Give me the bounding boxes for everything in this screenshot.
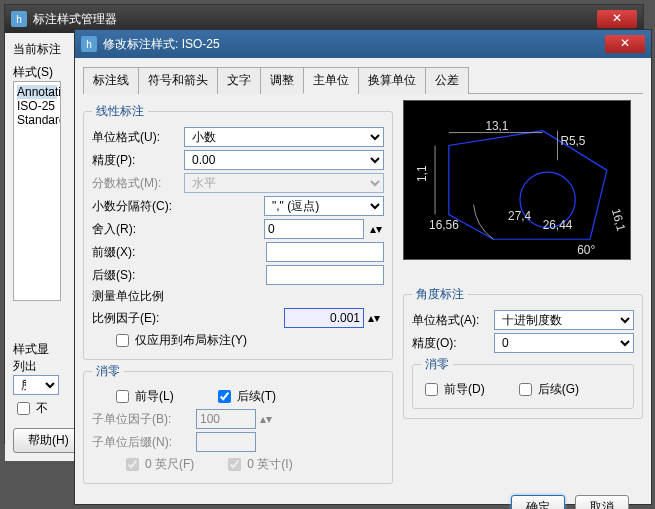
dialog-footer: 确定 取消	[83, 487, 643, 509]
right-column: 13,1 1,1 16,1 27,4 26,44 16,56 60° R5,5 …	[403, 100, 643, 487]
dialog-title: 修改标注样式: ISO-25	[103, 36, 601, 53]
ang-leading-checkbox[interactable]	[425, 383, 438, 396]
fraction-format-select: 水平	[184, 173, 384, 193]
inches-checkbox	[228, 458, 241, 471]
trailing-checkbox[interactable]	[218, 390, 231, 403]
style-display-label: 样式显	[13, 341, 49, 358]
dialog-titlebar: h 修改标注样式: ISO-25 ✕	[75, 30, 651, 58]
ang-zero-group: 消零 前导(D) 后续(G)	[412, 356, 634, 409]
sub-factor-label: 子单位因子(B):	[92, 411, 192, 428]
round-input[interactable]	[264, 219, 364, 239]
round-label: 舍入(R):	[92, 221, 180, 238]
svg-text:13,1: 13,1	[485, 119, 508, 133]
trailing-label: 后续(T)	[237, 388, 276, 405]
scale-legend: 测量单位比例	[92, 288, 164, 305]
ang-trailing-label: 后续(G)	[538, 381, 579, 398]
tab-lines[interactable]: 标注线	[83, 67, 139, 94]
dialog-close-button[interactable]: ✕	[605, 35, 645, 53]
zero-legend: 消零	[92, 363, 124, 380]
cancel-button[interactable]: 取消	[575, 495, 629, 509]
ang-precision-label: 精度(O):	[412, 335, 490, 352]
tab-symbols[interactable]: 符号和箭头	[138, 67, 218, 94]
feet-checkbox	[126, 458, 139, 471]
zero-group: 消零 前导(L) 后续(T) 子单位因子(B): ▴▾ 子单位后缀(N): 0 …	[83, 363, 393, 484]
ang-trailing-checkbox[interactable]	[519, 383, 532, 396]
layout-only-label: 仅应用到布局标注(Y)	[135, 332, 247, 349]
leading-label: 前导(L)	[135, 388, 174, 405]
precision-label: 精度(P):	[92, 152, 180, 169]
svg-text:1,1: 1,1	[415, 165, 429, 182]
svg-text:26,44: 26,44	[543, 218, 573, 232]
ang-leading-label: 前导(D)	[444, 381, 485, 398]
prefix-input[interactable]	[266, 242, 384, 262]
modify-dimstyle-dialog: h 修改标注样式: ISO-25 ✕ 标注线 符号和箭头 文字 调整 主单位 换…	[74, 29, 652, 505]
no-checkbox[interactable]	[17, 402, 30, 415]
decimal-sep-label: 小数分隔符(C):	[92, 198, 180, 215]
layout-only-checkbox[interactable]	[116, 334, 129, 347]
left-column: 线性标注 单位格式(U): 小数 精度(P): 0.00 分数格式(M): 水平…	[83, 100, 393, 487]
tree-item[interactable]: ISO-25	[17, 99, 57, 113]
sub-factor-input	[196, 409, 256, 429]
feet-label: 0 英尺(F)	[145, 456, 194, 473]
tree-item[interactable]: Annotative	[17, 85, 57, 99]
parent-close-button[interactable]: ✕	[597, 10, 637, 28]
ang-zero-legend: 消零	[421, 356, 453, 373]
current-style-label: 当前标注	[13, 41, 61, 58]
ok-button[interactable]: 确定	[511, 495, 565, 509]
ang-precision-select[interactable]: 0	[494, 333, 634, 353]
svg-text:R5,5: R5,5	[560, 134, 585, 148]
unit-format-select[interactable]: 小数	[184, 127, 384, 147]
linear-group: 线性标注 单位格式(U): 小数 精度(P): 0.00 分数格式(M): 水平…	[83, 103, 393, 360]
ang-unit-format-label: 单位格式(A):	[412, 312, 490, 329]
decimal-sep-select[interactable]: "," (逗点)	[264, 196, 384, 216]
prefix-label: 前缀(X):	[92, 244, 180, 261]
main-columns: 线性标注 单位格式(U): 小数 精度(P): 0.00 分数格式(M): 水平…	[83, 100, 643, 487]
list-label: 列出	[13, 358, 37, 375]
styles-label: 样式(S)	[13, 64, 53, 81]
tab-tolerance[interactable]: 公差	[425, 67, 469, 94]
tab-primary-units[interactable]: 主单位	[303, 67, 359, 94]
sub-suffix-label: 子单位后缀(N):	[92, 434, 192, 451]
svg-text:27,4: 27,4	[508, 209, 531, 223]
inches-label: 0 英寸(I)	[247, 456, 292, 473]
parent-title: 标注样式管理器	[33, 11, 593, 28]
tab-fit[interactable]: 调整	[260, 67, 304, 94]
sub-suffix-input	[196, 432, 256, 452]
angular-legend: 角度标注	[412, 286, 468, 303]
tab-bar: 标注线 符号和箭头 文字 调整 主单位 换算单位 公差	[83, 66, 643, 94]
list-filter-select[interactable]: 所有样	[13, 375, 59, 395]
angular-group: 角度标注 单位格式(A): 十进制度数 精度(O): 0 消零 前导(D) 后续…	[403, 286, 643, 419]
precision-select[interactable]: 0.00	[184, 150, 384, 170]
leading-checkbox[interactable]	[116, 390, 129, 403]
scale-factor-label: 比例因子(E):	[92, 310, 180, 327]
tab-text[interactable]: 文字	[217, 67, 261, 94]
app-icon: h	[81, 36, 97, 52]
svg-text:16,1: 16,1	[609, 207, 629, 233]
app-icon: h	[11, 11, 27, 27]
unit-format-label: 单位格式(U):	[92, 129, 180, 146]
linear-legend: 线性标注	[92, 103, 148, 120]
svg-text:16,56: 16,56	[429, 218, 459, 232]
suffix-input[interactable]	[266, 265, 384, 285]
tab-alt-units[interactable]: 换算单位	[358, 67, 426, 94]
svg-text:60°: 60°	[577, 243, 595, 257]
scale-factor-input[interactable]	[284, 308, 364, 328]
styles-tree[interactable]: Annotative ISO-25 Standard	[13, 81, 61, 301]
fraction-format-label: 分数格式(M):	[92, 175, 180, 192]
ang-unit-format-select[interactable]: 十进制度数	[494, 310, 634, 330]
tree-item[interactable]: Standard	[17, 113, 57, 127]
dialog-content: 标注线 符号和箭头 文字 调整 主单位 换算单位 公差 线性标注 单位格式(U)…	[75, 58, 651, 504]
suffix-label: 后缀(S):	[92, 267, 180, 284]
dimension-preview: 13,1 1,1 16,1 27,4 26,44 16,56 60° R5,5	[403, 100, 631, 260]
scale-group: 测量单位比例 比例因子(E): ▴▾ 仅应用到布局标注(Y)	[92, 288, 384, 350]
